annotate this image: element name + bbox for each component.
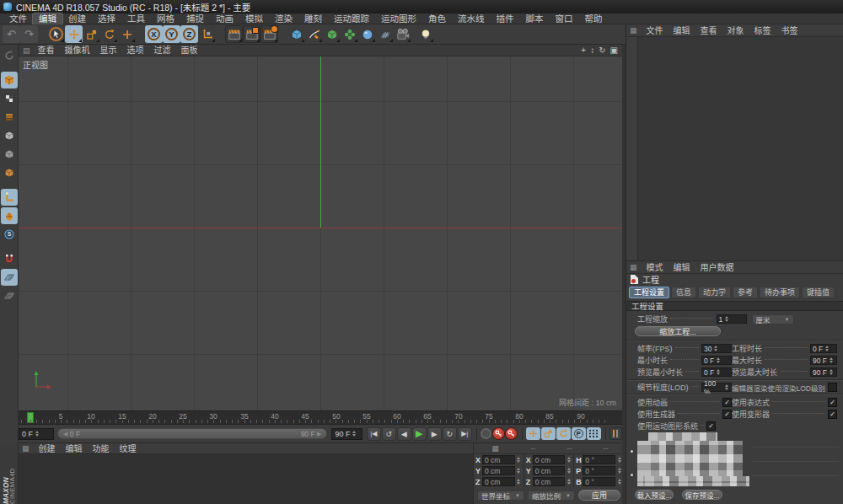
- menubar-item[interactable]: 运动图形: [375, 13, 422, 24]
- previous-frame-button[interactable]: ◀: [397, 427, 411, 441]
- render-to-picture-viewer-button[interactable]: [243, 25, 260, 43]
- menubar-item[interactable]: 工具: [121, 13, 151, 24]
- coordinate-system-button[interactable]: [198, 25, 216, 43]
- goto-end-button[interactable]: ▶|: [458, 427, 472, 441]
- lock-z-axis-button[interactable]: Z: [180, 25, 198, 43]
- viewport-menu-item[interactable]: 面板: [176, 45, 203, 56]
- viewport-zoom-icon[interactable]: ↕: [590, 46, 594, 55]
- coordinate-system-dropdown[interactable]: 世界坐标▼: [477, 491, 524, 501]
- panel-menu-icon[interactable]: ▦: [630, 263, 637, 271]
- project-duration-field[interactable]: 0 F: [810, 344, 837, 353]
- menubar-item[interactable]: 窗口: [550, 13, 579, 24]
- attribute-manager-menu-item[interactable]: 模式: [642, 262, 668, 273]
- material-menu-item[interactable]: 创建: [34, 443, 61, 454]
- menubar-item[interactable]: 网格: [151, 13, 180, 24]
- range-right-arrow-icon[interactable]: ▶: [317, 431, 321, 437]
- viewport-solo-button[interactable]: [1, 207, 18, 224]
- use-deformers-checkbox[interactable]: ✓: [828, 410, 837, 419]
- object-manager-list[interactable]: [626, 37, 843, 261]
- position-z-field[interactable]: 0 cm: [482, 477, 515, 486]
- enable-axis-button[interactable]: [1, 189, 18, 206]
- menubar-item[interactable]: 模拟: [239, 13, 269, 24]
- attribute-tab[interactable]: 工程设置: [629, 287, 669, 299]
- lock-y-axis-button[interactable]: Y: [163, 25, 180, 43]
- record-disabled-button[interactable]: [481, 428, 491, 439]
- add-generator-button[interactable]: [323, 25, 341, 43]
- viewport-pan-icon[interactable]: +: [581, 46, 586, 55]
- viewport-menu-item[interactable]: 选项: [122, 45, 149, 56]
- end-frame-field[interactable]: 90 F: [331, 428, 362, 440]
- apply-button[interactable]: 应用: [578, 490, 620, 501]
- menubar-item[interactable]: 角色: [422, 13, 452, 24]
- view-label[interactable]: 正视图: [23, 58, 48, 71]
- size-x-field[interactable]: 0 cm: [533, 455, 566, 464]
- points-mode-button[interactable]: [1, 146, 18, 163]
- use-generators-checkbox[interactable]: ✓: [722, 410, 732, 419]
- menubar-item[interactable]: 捕捉: [180, 13, 210, 24]
- key-position-button[interactable]: [526, 427, 540, 440]
- menubar-item[interactable]: 帮助: [579, 13, 609, 24]
- timeline-range-slider[interactable]: ◀ 0 F 90 F ▶: [57, 428, 327, 439]
- menubar-item[interactable]: 动画: [210, 13, 239, 24]
- key-pla-button[interactable]: [587, 427, 601, 440]
- position-x-field[interactable]: 0 cm: [482, 455, 515, 464]
- current-frame-field[interactable]: 0 F: [19, 428, 54, 440]
- scale-tool[interactable]: [83, 25, 100, 43]
- key-scale-button[interactable]: [541, 427, 556, 440]
- project-scale-field[interactable]: 1: [717, 314, 747, 324]
- menubar-item[interactable]: 插件: [491, 13, 520, 24]
- record-keyframe-button[interactable]: [493, 428, 504, 439]
- rotation-header[interactable]: --: [588, 444, 624, 453]
- next-frame-button[interactable]: ▶: [427, 427, 442, 441]
- material-menu-item[interactable]: 纹理: [115, 443, 142, 454]
- save-preset-button[interactable]: 保存预设...: [682, 490, 722, 500]
- preview-max-field[interactable]: 90 F: [810, 367, 837, 377]
- move-tool[interactable]: [65, 25, 83, 43]
- panel-menu-icon[interactable]: ▦: [22, 444, 30, 453]
- attribute-tab[interactable]: 键插值: [802, 287, 835, 299]
- min-time-field[interactable]: 0 F: [701, 356, 732, 365]
- material-list-area[interactable]: [19, 454, 473, 504]
- workplane-mode-button[interactable]: [1, 269, 18, 286]
- preview-min-field[interactable]: 0 F: [701, 367, 732, 377]
- add-floor-button[interactable]: [376, 25, 394, 43]
- menubar-item[interactable]: 运动跟踪: [328, 13, 375, 24]
- attribute-manager-menu-item[interactable]: 编辑: [668, 262, 695, 273]
- scale-project-button[interactable]: 缩放工程...: [635, 326, 721, 336]
- texture-axis-mode-button[interactable]: [1, 109, 18, 126]
- max-time-field[interactable]: 90 F: [810, 356, 837, 365]
- rotation-b-field[interactable]: 0 °: [583, 477, 615, 486]
- add-deformer-button[interactable]: [341, 25, 358, 43]
- unit-dropdown[interactable]: 厘米▼: [752, 314, 794, 324]
- viewport-menu-item[interactable]: 摄像机: [60, 45, 95, 56]
- use-mograph-checkbox[interactable]: ✓: [706, 421, 716, 431]
- use-expressions-checkbox[interactable]: ✓: [828, 398, 837, 407]
- snap-settings-button[interactable]: [1, 226, 18, 243]
- panel-menu-icon[interactable]: ▦: [477, 444, 513, 453]
- menubar-item[interactable]: 编辑: [33, 13, 62, 24]
- key-rotation-button[interactable]: [556, 427, 571, 440]
- add-light-button[interactable]: [416, 25, 434, 43]
- render-view-button[interactable]: [225, 25, 243, 43]
- position-y-field[interactable]: 0 cm: [482, 466, 515, 475]
- add-camera-button[interactable]: [394, 25, 411, 43]
- enable-snap-button[interactable]: [1, 250, 18, 267]
- size-y-field[interactable]: 0 cm: [533, 466, 566, 475]
- menubar-item[interactable]: 文件: [3, 13, 33, 24]
- object-axis-mode-button[interactable]: [1, 127, 18, 144]
- goto-start-button[interactable]: |◀: [367, 427, 381, 441]
- section-header[interactable]: 工程设置: [626, 301, 843, 311]
- menubar-item[interactable]: 雕刻: [298, 13, 328, 24]
- rotate-tool[interactable]: [100, 25, 118, 43]
- polygons-mode-button[interactable]: [1, 164, 18, 181]
- viewport-maximize-icon[interactable]: ▣: [610, 46, 618, 55]
- make-editable-button[interactable]: [1, 47, 18, 64]
- object-manager-menu-item[interactable]: 查看: [695, 25, 722, 36]
- object-manager-menu-item[interactable]: 文件: [642, 25, 668, 36]
- redo-button[interactable]: ↷: [20, 25, 38, 43]
- previous-key-button[interactable]: ↺: [382, 427, 396, 441]
- keyframe-selection-button[interactable]: [609, 427, 622, 440]
- attribute-tab[interactable]: 待办事项: [760, 287, 800, 299]
- fps-field[interactable]: 30: [701, 344, 732, 353]
- position-header[interactable]: --: [515, 444, 551, 453]
